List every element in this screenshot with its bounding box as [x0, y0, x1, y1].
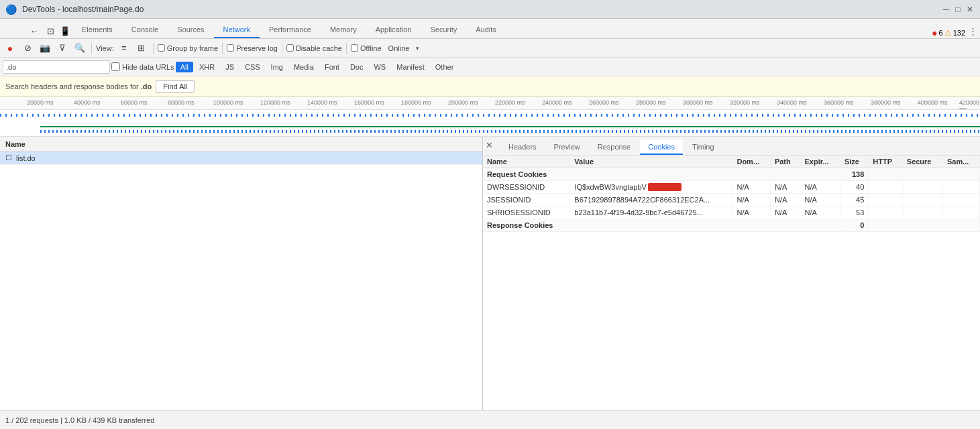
back-button[interactable]: ←	[27, 23, 42, 38]
cookie-name: JSESSIONID	[483, 194, 570, 206]
type-manifest-button[interactable]: Manifest	[392, 62, 429, 72]
type-other-button[interactable]: Other	[431, 62, 459, 72]
col-expires: Expir...	[800, 156, 840, 168]
tab-network[interactable]: Network	[214, 22, 260, 38]
tick-300000: 300000 ms	[683, 99, 713, 106]
cookie-value: IQ$xdwBW3vngtapbV	[570, 181, 732, 194]
tab-headers[interactable]: Headers	[500, 140, 545, 155]
group-by-frame-label: Group by frame	[158, 44, 218, 52]
list-view-button[interactable]: ≡	[117, 41, 131, 56]
offline-checkbox[interactable]	[351, 44, 358, 52]
type-img-button[interactable]: Img	[266, 62, 288, 72]
tab-performance[interactable]: Performance	[260, 22, 321, 38]
search-button[interactable]: 🔍	[72, 41, 87, 56]
section-empty	[869, 219, 980, 232]
cookie-size: 45	[840, 194, 868, 206]
group-by-frame-text: Group by frame	[167, 44, 218, 52]
tab-response[interactable]: Response	[590, 140, 639, 155]
tab-sources[interactable]: Sources	[168, 22, 213, 38]
table-row[interactable]: DWRSESSIONID IQ$xdwBW3vngtapbV N/A N/A N…	[483, 181, 980, 194]
type-xhr-button[interactable]: XHR	[195, 62, 219, 72]
close-button[interactable]: ✕	[965, 5, 975, 14]
type-media-button[interactable]: Media	[289, 62, 319, 72]
table-row[interactable]: SHRIOSESSIONID b23a11b7-4f19-4d32-9bc7-e…	[483, 206, 980, 219]
more-button[interactable]: ⋮	[965, 23, 980, 38]
grid-view-button[interactable]: ⊞	[134, 41, 149, 56]
search-prefix: Search headers and response bodies for	[5, 82, 139, 90]
inspect-button[interactable]: ⊡	[43, 23, 58, 38]
tick-260000: 260000 ms	[589, 99, 619, 106]
tab-audits[interactable]: Audits	[466, 22, 506, 38]
cookie-name: SHRIOSESSIONID	[483, 206, 570, 219]
cookie-expires: N/A	[800, 181, 840, 194]
find-all-button[interactable]: Find All	[156, 80, 195, 93]
tab-security[interactable]: Security	[421, 22, 466, 38]
timeline-dots-top	[0, 114, 980, 117]
cookie-path: N/A	[770, 194, 800, 206]
type-ws-button[interactable]: WS	[369, 62, 390, 72]
devtools-tabbar: ← ⊡ 📱 Elements Console Sources Network P…	[0, 19, 980, 39]
cookie-expires: N/A	[800, 194, 840, 206]
tab-application[interactable]: Application	[366, 22, 421, 38]
minimize-button[interactable]: ─	[941, 5, 950, 14]
type-js-button[interactable]: JS	[221, 62, 239, 72]
tick-320000: 320000 ms	[730, 99, 760, 106]
device-button[interactable]: 📱	[58, 23, 72, 38]
cookie-secure	[902, 206, 942, 219]
separator-1	[91, 43, 92, 54]
cookie-http	[869, 181, 903, 194]
type-all-button[interactable]: All	[176, 62, 193, 72]
tab-timing[interactable]: Timing	[684, 140, 722, 155]
tab-console[interactable]: Console	[122, 22, 168, 38]
tick-20000: 20000 ms	[27, 99, 54, 106]
tick-40000: 40000 ms	[74, 99, 101, 106]
col-name: Name	[483, 156, 570, 168]
status-bar: 1 / 202 requests | 1.0 KB / 439 KB trans…	[0, 410, 980, 429]
tick-100000: 100000 ms	[213, 99, 243, 106]
tab-memory[interactable]: Memory	[321, 22, 366, 38]
cookie-domain: N/A	[732, 181, 770, 194]
group-by-frame-checkbox[interactable]	[158, 44, 165, 52]
screenshot-button[interactable]: 📷	[38, 41, 52, 56]
tick-180000: 180000 ms	[401, 99, 431, 106]
warn-count: 132	[953, 29, 965, 37]
request-name: list.do	[16, 154, 36, 162]
title-bar: 🔵 DevTools - localhost/mainPage.do ─ □ ✕	[0, 0, 980, 19]
maximize-button[interactable]: □	[953, 5, 963, 14]
section-empty	[869, 168, 980, 181]
cookie-domain: N/A	[732, 194, 770, 206]
type-doc-button[interactable]: Doc	[345, 62, 368, 72]
network-toolbar: ● ⊘ 📷 ⊽ 🔍 View: ≡ ⊞ Group by frame Prese…	[0, 39, 980, 58]
tick-380000: 380000 ms	[871, 99, 901, 106]
preserve-log-checkbox[interactable]	[227, 44, 234, 52]
col-domain: Dom...	[732, 156, 770, 168]
tick-120000: 120000 ms	[260, 99, 290, 106]
filter-button[interactable]: ⊽	[55, 41, 70, 56]
separator-2	[153, 43, 154, 54]
tab-preview[interactable]: Preview	[546, 140, 588, 155]
type-font-button[interactable]: Font	[320, 62, 344, 72]
tab-elements[interactable]: Elements	[72, 22, 122, 38]
preserve-log-text: Preserve log	[236, 44, 278, 52]
disable-cache-checkbox[interactable]	[286, 44, 294, 52]
tick-80000: 80000 ms	[168, 99, 195, 106]
cookie-expires: N/A	[800, 206, 840, 219]
table-row[interactable]: JSESSIONID B6719298978894A722CF866312EC2…	[483, 194, 980, 206]
offline-label: Offline	[351, 44, 382, 52]
table-row[interactable]: ☐ list.do	[0, 151, 482, 165]
online-indicator[interactable]: Online	[384, 43, 414, 54]
online-dropdown-arrow[interactable]: ▾	[416, 45, 419, 52]
error-icon: ●	[932, 27, 937, 38]
hide-data-urls-checkbox[interactable]	[111, 62, 120, 71]
tab-cookies[interactable]: Cookies	[640, 140, 683, 155]
section-label: Request Cookies	[483, 168, 840, 181]
cookie-path: N/A	[770, 206, 800, 219]
stop-button[interactable]: ⊘	[20, 41, 35, 56]
type-css-button[interactable]: CSS	[240, 62, 265, 72]
warn-icon: ⚠	[944, 28, 952, 38]
detail-close-button[interactable]: ✕	[486, 140, 493, 150]
record-button[interactable]: ●	[3, 41, 17, 56]
filter-input[interactable]	[3, 63, 91, 71]
col-value: Value	[570, 156, 732, 168]
separator-3	[222, 43, 223, 54]
